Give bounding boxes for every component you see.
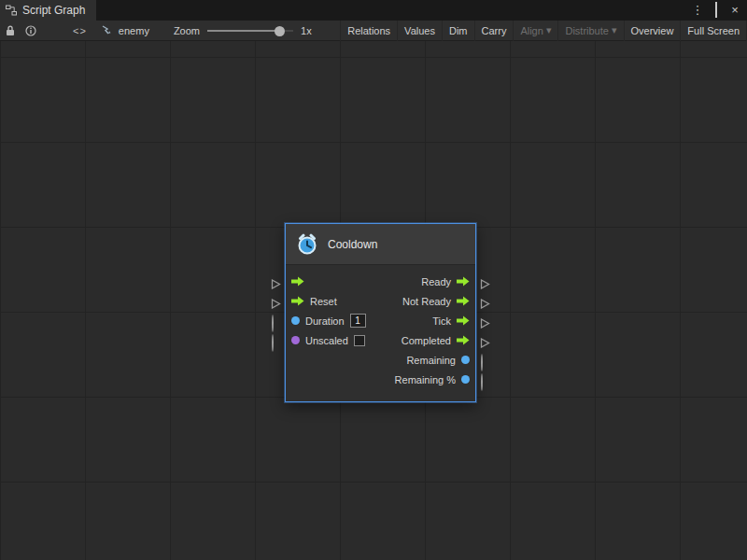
ready-output-port[interactable]: Ready bbox=[421, 276, 470, 287]
port-label: Ready bbox=[421, 276, 451, 287]
node-body: Ready Reset Not Ready bbox=[286, 265, 475, 401]
button-label: Dim bbox=[449, 25, 468, 36]
remaining-percent-output-port[interactable]: Remaining % bbox=[395, 374, 470, 385]
zoom-control: Zoom 1x bbox=[174, 25, 312, 36]
title-bar: Script Graph ⋮ × bbox=[0, 0, 747, 21]
value-input-marker[interactable] bbox=[271, 315, 281, 326]
zoom-slider-fill bbox=[207, 30, 280, 32]
node-header[interactable]: Cooldown bbox=[286, 224, 475, 265]
value-port-dot-blue bbox=[461, 375, 470, 384]
port-label: Not Ready bbox=[402, 296, 451, 307]
graph-breadcrumb-enemy[interactable]: enemy bbox=[102, 25, 149, 36]
node-title: Cooldown bbox=[328, 238, 377, 251]
port-label: Unscaled bbox=[305, 335, 348, 346]
button-label: Overview bbox=[631, 25, 674, 36]
value-port-dot-blue bbox=[461, 356, 470, 364]
reset-input-port[interactable]: Reset bbox=[291, 296, 337, 307]
value-port-dot-blue bbox=[291, 316, 300, 325]
tick-output-port[interactable]: Tick bbox=[432, 315, 470, 327]
dim-button[interactable]: Dim bbox=[442, 21, 474, 41]
graph-canvas[interactable]: Cooldown Ready Reset bbox=[0, 41, 747, 560]
flow-arrow-icon bbox=[457, 315, 470, 326]
port-row: Unscaled Completed bbox=[286, 330, 475, 350]
graph-name-label: enemy bbox=[119, 25, 149, 36]
tab-title: Script Graph bbox=[22, 4, 85, 17]
port-label: Remaining % bbox=[395, 374, 456, 385]
flow-arrow-icon bbox=[457, 335, 470, 345]
flow-input-port[interactable] bbox=[291, 276, 304, 287]
completed-output-port[interactable]: Completed bbox=[402, 335, 470, 346]
flow-output-marker[interactable] bbox=[480, 315, 490, 326]
zoom-slider[interactable] bbox=[207, 25, 293, 36]
button-label: Distribute bbox=[565, 25, 608, 36]
unscaled-input-port[interactable]: Unscaled bbox=[291, 335, 365, 346]
button-label: Relations bbox=[347, 25, 390, 36]
tab-script-graph[interactable]: Script Graph bbox=[0, 0, 96, 21]
button-label: Full Screen bbox=[687, 25, 740, 36]
maximize-box-glyph bbox=[715, 2, 717, 18]
zoom-slider-handle[interactable] bbox=[275, 26, 285, 36]
remaining-output-port[interactable]: Remaining bbox=[406, 355, 470, 366]
zoom-value-label: 1x bbox=[301, 25, 312, 36]
lock-icon[interactable] bbox=[0, 21, 21, 41]
alarm-clock-icon bbox=[295, 232, 319, 257]
port-label: Remaining bbox=[406, 355, 456, 366]
unscaled-checkbox[interactable] bbox=[354, 335, 365, 346]
toolbar-button-group: Relations Values Dim Carry Align ▾ Distr… bbox=[340, 21, 747, 41]
button-label: Align bbox=[520, 25, 543, 36]
port-row: Remaining bbox=[286, 350, 475, 370]
port-row: Remaining % bbox=[286, 370, 475, 389]
value-output-marker[interactable] bbox=[480, 374, 490, 385]
close-icon[interactable]: × bbox=[728, 0, 741, 21]
menu-kebab-icon[interactable]: ⋮ bbox=[691, 0, 704, 21]
port-label: Completed bbox=[402, 335, 451, 346]
dropdown-arrow-icon: ▾ bbox=[546, 24, 552, 36]
value-output-marker[interactable] bbox=[480, 355, 490, 365]
flow-input-marker[interactable] bbox=[271, 276, 281, 287]
full-screen-button[interactable]: Full Screen bbox=[680, 21, 747, 41]
zoom-label: Zoom bbox=[174, 25, 200, 36]
window-controls: ⋮ × bbox=[691, 0, 747, 21]
overview-button[interactable]: Overview bbox=[624, 21, 681, 41]
button-label: Values bbox=[404, 25, 435, 36]
button-label: Carry bbox=[482, 25, 507, 36]
port-row: Duration Tick bbox=[286, 311, 475, 330]
code-icon[interactable]: <> bbox=[73, 25, 87, 36]
flow-arrow-icon bbox=[457, 276, 470, 287]
duration-input-port[interactable]: Duration bbox=[291, 314, 366, 328]
duration-value-field[interactable] bbox=[350, 314, 366, 328]
flow-output-marker[interactable] bbox=[480, 296, 490, 306]
graph-pointer-icon bbox=[102, 25, 114, 35]
flow-arrow-icon bbox=[291, 296, 304, 306]
info-icon[interactable] bbox=[21, 21, 41, 41]
port-label: Tick bbox=[432, 315, 451, 327]
flow-arrow-icon bbox=[457, 296, 470, 306]
port-label: Duration bbox=[305, 315, 345, 327]
flow-input-marker[interactable] bbox=[271, 296, 281, 306]
dropdown-arrow-icon: ▾ bbox=[612, 24, 617, 36]
script-graph-icon bbox=[6, 5, 17, 16]
values-button[interactable]: Values bbox=[397, 21, 442, 41]
value-input-marker[interactable] bbox=[271, 335, 281, 345]
maximize-icon[interactable] bbox=[710, 0, 723, 21]
cooldown-node[interactable]: Cooldown Ready Reset bbox=[285, 223, 476, 402]
flow-output-marker[interactable] bbox=[480, 335, 490, 345]
script-graph-window: Script Graph ⋮ × <> bbox=[0, 0, 747, 560]
port-label: Reset bbox=[310, 296, 337, 307]
align-button: Align ▾ bbox=[513, 21, 557, 41]
value-port-dot-purple bbox=[291, 336, 300, 344]
distribute-button: Distribute ▾ bbox=[557, 21, 623, 41]
flow-output-marker[interactable] bbox=[480, 276, 490, 287]
carry-button[interactable]: Carry bbox=[474, 21, 514, 41]
port-row: Reset Not Ready bbox=[286, 291, 475, 311]
not-ready-output-port[interactable]: Not Ready bbox=[402, 296, 470, 307]
port-row: Ready bbox=[286, 272, 475, 291]
relations-button[interactable]: Relations bbox=[340, 21, 397, 41]
graph-toolbar: <> enemy Zoom 1x Relations Values Dim Ca… bbox=[0, 21, 747, 41]
flow-arrow-icon bbox=[291, 276, 304, 287]
